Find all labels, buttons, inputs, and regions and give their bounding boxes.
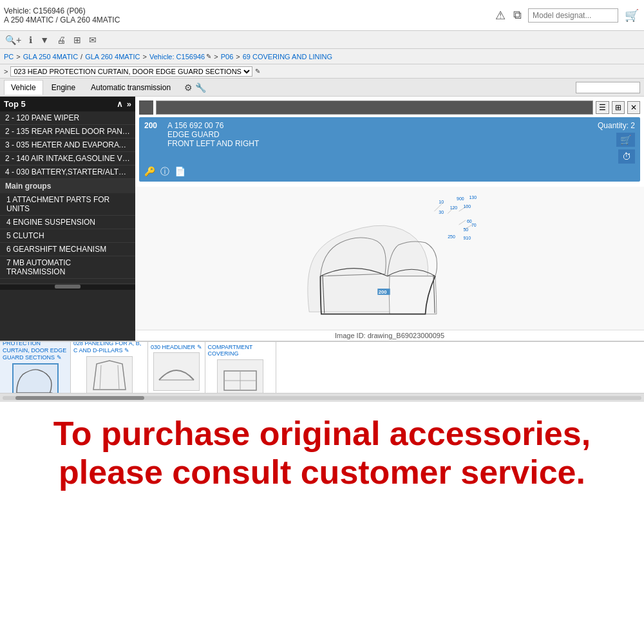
availability-btn[interactable]: ⏱ bbox=[618, 149, 635, 164]
bottom-message-text: To purchase original accessories, please… bbox=[53, 415, 591, 492]
vehicle-info: Vehicle: C156946 (P06) A 250 4MATIC / GL… bbox=[4, 6, 120, 24]
parts-toolbar: ☰ ⊞ ✕ bbox=[139, 100, 640, 115]
bc-pc[interactable]: PC bbox=[4, 53, 14, 61]
key-icon[interactable]: 🔑 bbox=[144, 166, 155, 178]
tab-engine[interactable]: Engine bbox=[44, 80, 82, 95]
thumb-label-3[interactable]: 045 LUGGAGE COMPARTMENT COVERING bbox=[208, 341, 273, 357]
vehicle-name: A 250 4MATIC / GLA 260 4MATIC bbox=[4, 15, 120, 24]
filter-icon[interactable]: ▼ bbox=[39, 33, 50, 46]
svg-text:60: 60 bbox=[467, 219, 472, 223]
section-select[interactable]: 023 HEAD PROTECTION CURTAIN, DOOR EDGE G… bbox=[10, 66, 252, 77]
thumb-img-0[interactable] bbox=[12, 363, 59, 393]
model-search-input[interactable] bbox=[528, 8, 618, 23]
warning-icon[interactable]: ⚠ bbox=[494, 7, 507, 24]
part-desc1: EDGE GUARD bbox=[167, 130, 259, 139]
diagram-svg: 900 130 10 120 100 30 60 70 50 250 910 2… bbox=[135, 187, 644, 330]
image-id-bar: Image ID: drawing_B69023000095 bbox=[135, 330, 644, 341]
thumb-label-1[interactable]: 028 PANELING FOR A, B, C AND D-PILLARS ✎ bbox=[73, 341, 145, 354]
svg-text:70: 70 bbox=[471, 223, 477, 227]
svg-text:10: 10 bbox=[439, 200, 444, 204]
thumbnails-bar: 023 HEAD PROTECTION CURTAIN, DOOR EDGE G… bbox=[0, 341, 644, 393]
sidebar-group-item[interactable]: 4 ENGINE SUSPENSION bbox=[0, 216, 135, 229]
bc-gla250[interactable]: GLA 250 4MATIC bbox=[23, 53, 78, 61]
parts-grid-btn[interactable]: ⊞ bbox=[612, 101, 625, 114]
tab-auto-transmission[interactable]: Automatic transmission bbox=[84, 80, 178, 95]
thumb-item-3[interactable]: 045 LUGGAGE COMPARTMENT COVERING bbox=[205, 342, 276, 393]
sidebar-title: Top 5 bbox=[4, 99, 26, 109]
sidebar-collapse-icon[interactable]: ∧ bbox=[117, 99, 123, 109]
horizontal-scrollbar[interactable] bbox=[0, 393, 644, 402]
thumb-img-1[interactable] bbox=[86, 356, 133, 393]
svg-text:30: 30 bbox=[439, 210, 444, 214]
sidebar-expand-icon[interactable]: » bbox=[127, 99, 131, 109]
sidebar-recent-list: 2 - 120 PANE WIPER2 - 135 REAR PANEL DOO… bbox=[0, 111, 135, 179]
table-icon[interactable]: ⊞ bbox=[72, 33, 82, 46]
scrollbar-thumb[interactable] bbox=[15, 396, 144, 400]
center-panel: ☰ ⊞ ✕ 200 A 156 692 00 76 EDGE GUARD FRO… bbox=[135, 97, 644, 341]
bc2-edit-icon[interactable]: ✎ bbox=[255, 68, 260, 75]
sidebar-group-item[interactable]: 1 ATTACHMENT PARTS FOR UNITS bbox=[0, 193, 135, 216]
tab-vehicle[interactable]: Vehicle bbox=[4, 80, 43, 95]
bc-p06[interactable]: P06 bbox=[221, 53, 234, 61]
sidebar-recent-item[interactable]: 2 - 135 REAR PANEL DOOR PANE WI... bbox=[0, 125, 135, 138]
add-to-cart-btn[interactable]: 🛒 bbox=[616, 133, 635, 147]
part-pos: 200 bbox=[144, 121, 157, 130]
print-icon[interactable]: 🖨 bbox=[55, 33, 67, 46]
bc-covering[interactable]: 69 COVERING AND LINING bbox=[243, 53, 332, 61]
email-icon[interactable]: ✉ bbox=[88, 33, 98, 46]
svg-text:900: 900 bbox=[457, 196, 464, 201]
thumb-img-3[interactable] bbox=[217, 359, 263, 393]
thumb-label-0[interactable]: 023 HEAD PROTECTION CURTAIN, DOOR EDGE G… bbox=[3, 341, 68, 361]
svg-rect-22 bbox=[154, 354, 199, 390]
svg-text:910: 910 bbox=[463, 236, 471, 240]
toolbar-row: 🔍+ ℹ ▼ 🖨 ⊞ ✉ bbox=[0, 31, 644, 49]
part-no: A 156 692 00 76 bbox=[167, 121, 259, 130]
copy-icon[interactable]: ⧉ bbox=[512, 7, 523, 23]
sidebar-recent-item[interactable]: 3 - 035 HEATER AND EVAPORATOR H... bbox=[0, 138, 135, 152]
breadcrumb2: > 023 HEAD PROTECTION CURTAIN, DOOR EDGE… bbox=[0, 64, 644, 79]
thumb-item-2[interactable]: 030 HEADLINER ✎ bbox=[148, 342, 205, 393]
parts-list-btn[interactable]: ☰ bbox=[596, 101, 609, 114]
bc-gla260[interactable]: GLA 260 4MATIC bbox=[85, 53, 140, 61]
doc-icon[interactable]: 📄 bbox=[175, 166, 185, 178]
info-icon[interactable]: ℹ bbox=[28, 33, 33, 46]
thumb-img-2[interactable] bbox=[153, 352, 200, 391]
tabs-bar: Vehicle Engine Automatic transmission ⚙ … bbox=[0, 79, 644, 97]
sidebar-section-title: Main groups bbox=[0, 179, 135, 193]
svg-text:50: 50 bbox=[463, 227, 468, 232]
parts-close-btn[interactable]: ✕ bbox=[627, 101, 640, 114]
thumb-label-2[interactable]: 030 HEADLINER ✎ bbox=[151, 344, 202, 351]
sidebar-recent-item[interactable]: 2 - 120 PANE WIPER bbox=[0, 111, 135, 125]
main-content: Top 5 ∧ » 2 - 120 PANE WIPER2 - 135 REAR… bbox=[0, 97, 644, 341]
wrench-icon[interactable]: 🔧 bbox=[195, 82, 206, 93]
info-circle-icon[interactable]: ⓘ bbox=[160, 166, 169, 178]
sidebar-group-item[interactable]: 5 CLUTCH bbox=[0, 229, 135, 243]
breadcrumb: PC > GLA 250 4MATIC / GLA 260 4MATIC > V… bbox=[0, 49, 644, 64]
tab-search-input[interactable] bbox=[576, 82, 640, 93]
svg-text:130: 130 bbox=[469, 195, 477, 200]
sidebar-group-item[interactable]: 6 GEARSHIFT MECHANISM bbox=[0, 243, 135, 256]
sidebar-recent-item[interactable]: 4 - 030 BATTERY,STARTER/ALTERNAT... bbox=[0, 166, 135, 179]
bc-edit-icon[interactable]: ✎ bbox=[206, 53, 211, 60]
cart-icon[interactable]: 🛒 bbox=[623, 7, 640, 24]
sidebar-header: Top 5 ∧ » bbox=[0, 97, 135, 111]
zoom-in-icon[interactable]: 🔍+ bbox=[4, 33, 23, 46]
svg-text:100: 100 bbox=[463, 204, 471, 209]
settings-icon[interactable]: ⚙ bbox=[184, 82, 193, 93]
bottom-message: To purchase original accessories, please… bbox=[0, 402, 644, 505]
thumb-item-0[interactable]: 023 HEAD PROTECTION CURTAIN, DOOR EDGE G… bbox=[0, 342, 71, 393]
sidebar-group-item[interactable]: 7 MB AUTOMATIC TRANSMISSION bbox=[0, 256, 135, 279]
sidebar-recent-item[interactable]: 2 - 140 AIR INTAKE,GASOLINE VEHIC... bbox=[0, 152, 135, 166]
parts-search-input[interactable] bbox=[156, 100, 593, 115]
part-quantity: Quantity: 2 bbox=[598, 121, 635, 130]
parts-toolbar-icon bbox=[139, 100, 153, 115]
bc-vehicle[interactable]: Vehicle: C156946 bbox=[149, 53, 205, 61]
thumb-item-1[interactable]: 028 PANELING FOR A, B, C AND D-PILLARS ✎ bbox=[71, 342, 148, 393]
scrollbar-track bbox=[3, 396, 641, 400]
svg-line-16 bbox=[459, 220, 466, 225]
bottom-line2: please consult customer service. bbox=[53, 453, 591, 492]
bc2-arrow: > bbox=[4, 68, 8, 75]
svg-text:200: 200 bbox=[379, 289, 387, 295]
parts-list: ☰ ⊞ ✕ 200 A 156 692 00 76 EDGE GUARD FRO… bbox=[135, 97, 644, 187]
top-bar: Vehicle: C156946 (P06) A 250 4MATIC / GL… bbox=[0, 0, 644, 31]
